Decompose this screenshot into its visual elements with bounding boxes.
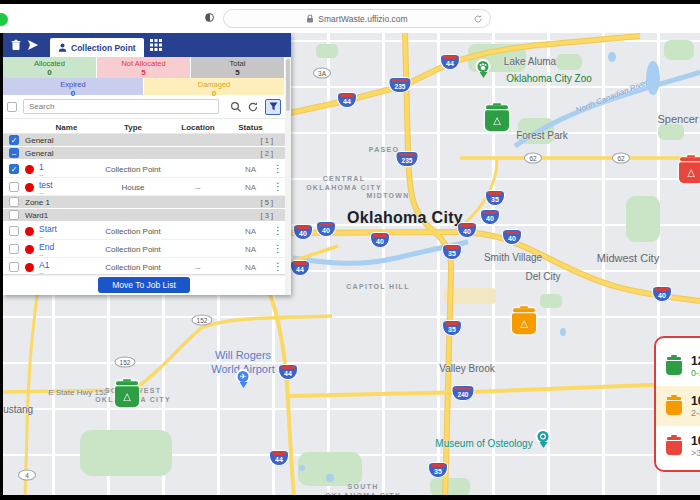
group-name: General [25, 136, 53, 145]
column-location[interactable]: Location [168, 123, 228, 132]
row-menu-icon[interactable]: ⋮ [273, 163, 283, 174]
row-type: Collection Point [98, 227, 168, 236]
route-shield: 62 [524, 153, 542, 164]
legend-range: 2-3 [691, 408, 700, 418]
bin-lid [116, 381, 138, 385]
group-row[interactable]: General [ 1 ] [3, 134, 285, 147]
shield-icon[interactable] [205, 13, 214, 22]
address-bar[interactable]: SmartWaste.uffizio.com [223, 9, 491, 28]
record-indicator-icon [0, 13, 8, 26]
column-type[interactable]: Type [98, 123, 168, 132]
collection-bin-marker[interactable]: △ [679, 157, 700, 185]
commercial-areas [120, 288, 496, 398]
tab-label: Collection Point [71, 43, 136, 53]
group-checkbox[interactable] [9, 135, 19, 145]
filter-button[interactable] [265, 99, 281, 115]
row-type: House [98, 183, 168, 192]
group-checkbox[interactable] [9, 210, 19, 220]
row-location: -- [168, 263, 228, 272]
row-type: Collection Point [98, 245, 168, 254]
table-row[interactable]: Start -- Collection Point NA ⋮ [3, 222, 285, 240]
zoo-pin-icon[interactable] [476, 59, 491, 82]
group-row[interactable]: Ward1 [ 3 ] [3, 209, 285, 222]
map-label: Forest Park [516, 130, 568, 143]
map-label: CAPITOL HILL [346, 283, 410, 292]
table-row[interactable]: test -- House -- NA ⋮ [3, 178, 285, 196]
museum-pin-icon[interactable] [536, 429, 551, 452]
row-menu-icon[interactable]: ⋮ [273, 261, 283, 272]
person-icon [58, 43, 67, 52]
group-count: [ 2 ] [260, 149, 279, 158]
lock-icon [306, 14, 314, 23]
group-count: [ 3 ] [260, 211, 279, 220]
panel-header: Collection Point [3, 33, 291, 57]
collection-point-table: General [ 1 ] General [ 2 ] 1 -- Collect… [3, 134, 285, 276]
column-name[interactable]: Name [35, 123, 98, 132]
collection-bin-marker[interactable]: △ [485, 105, 509, 133]
group-row[interactable]: Zone 1 [ 5 ] [3, 196, 285, 209]
navigation-icon[interactable] [27, 39, 39, 51]
legend-range: 0-2 [691, 368, 700, 378]
status-dot-icon [25, 227, 34, 236]
row-checkbox[interactable] [9, 164, 19, 174]
group-checkbox[interactable] [9, 197, 19, 207]
url-text: SmartWaste.uffizio.com [318, 14, 407, 24]
row-menu-icon[interactable]: ⋮ [273, 181, 283, 192]
row-checkbox[interactable] [9, 226, 19, 236]
map-label: Lake Aluma [504, 56, 556, 69]
row-subtext: -- [39, 251, 44, 258]
collection-point-panel: Collection Point Allocated 0 Not Allocat… [3, 33, 291, 295]
scrollbar-thumb[interactable] [286, 59, 290, 111]
red-bin-icon [666, 437, 682, 456]
row-subtext: -- [39, 189, 44, 196]
group-count: [ 1 ] [260, 136, 279, 145]
row-checkbox[interactable] [9, 182, 19, 192]
row-checkbox[interactable] [9, 244, 19, 254]
legend-row-red[interactable]: 10 >3 [656, 426, 700, 466]
map-label-museum[interactable]: Museum of Osteology [435, 438, 532, 451]
search-icon[interactable] [230, 101, 242, 113]
legend-row-green[interactable]: 12 0-2 [656, 346, 700, 386]
row-status: NA [228, 263, 273, 272]
airport-pin-icon[interactable]: ✈ [236, 369, 251, 392]
row-menu-icon[interactable]: ⋮ [273, 225, 283, 236]
legend-row-orange[interactable]: 10 2-3 [656, 386, 700, 426]
interstate-shield: 235 [396, 151, 419, 167]
search-row [3, 95, 285, 118]
map-label: Del City [525, 271, 560, 284]
status-dot-icon [25, 263, 34, 272]
interstate-shield: 235 [389, 77, 412, 93]
map-label-zoo[interactable]: Oklahoma City Zoo [506, 73, 592, 86]
map-label: Midwest City [597, 252, 659, 266]
group-checkbox[interactable] [9, 148, 19, 158]
map-label: Mustang [3, 404, 33, 417]
panel-scrollbar[interactable] [285, 57, 291, 295]
select-all-checkbox[interactable] [7, 102, 17, 112]
route-shield: 152 [192, 315, 213, 326]
search-input[interactable] [23, 99, 219, 114]
tab-collection-point[interactable]: Collection Point [50, 38, 144, 57]
group-row[interactable]: General [ 2 ] [3, 147, 285, 160]
table-row[interactable]: End -- Collection Point NA ⋮ [3, 240, 285, 258]
column-status[interactable]: Status [228, 123, 273, 132]
collection-bin-marker[interactable]: △ [115, 381, 139, 409]
move-to-job-list-button[interactable]: Move To Job List [98, 277, 190, 293]
row-checkbox[interactable] [9, 262, 19, 272]
row-menu-icon[interactable]: ⋮ [273, 243, 283, 254]
status-dot-icon [25, 183, 34, 192]
legend-range: >3 [691, 448, 700, 458]
grid-icon[interactable] [150, 39, 162, 51]
route-shield: 62 [612, 153, 630, 164]
legend-count: 10 [691, 394, 700, 408]
refresh-page-icon[interactable] [473, 14, 483, 24]
refresh-icon[interactable] [247, 101, 259, 113]
bin-lid [513, 308, 535, 312]
stats-row-2: Expired 0 Damaged 0 [3, 78, 285, 95]
collection-bin-marker[interactable]: △ [512, 308, 536, 336]
group-count: [ 5 ] [260, 198, 279, 207]
interstate-shield: 240 [452, 385, 475, 401]
plane-icon: ✈ [240, 372, 247, 381]
trash-icon[interactable] [10, 39, 22, 51]
table-row[interactable]: 1 -- Collection Point NA ⋮ [3, 160, 285, 178]
row-type: Collection Point [98, 263, 168, 272]
